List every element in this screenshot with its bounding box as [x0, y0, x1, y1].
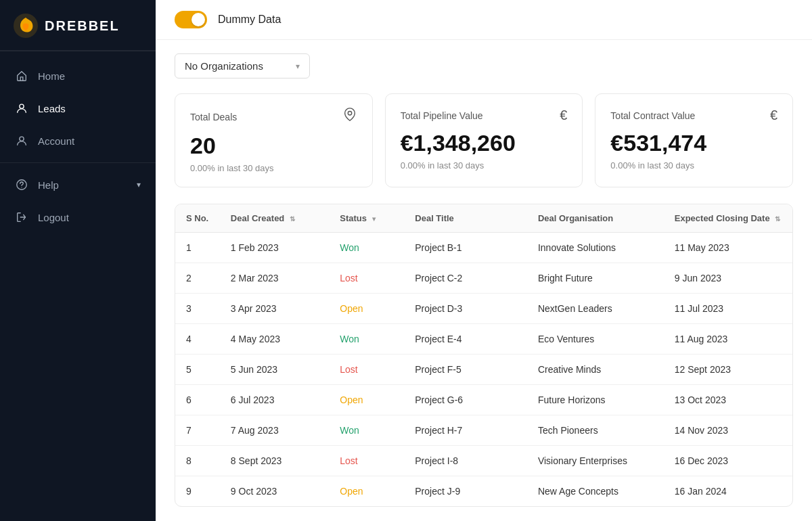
stat-value-total-deals: 20	[190, 133, 357, 159]
sidebar-logo: DREBBEL	[0, 0, 156, 51]
sidebar: DREBBEL Home Leads	[0, 0, 156, 521]
sidebar-item-help[interactable]: Help ▾	[0, 168, 156, 201]
cell-org: Future Horizons	[527, 385, 664, 415]
svg-point-4	[21, 187, 22, 187]
cell-sno: 7	[175, 415, 220, 446]
cell-title: Project E-4	[404, 324, 527, 355]
cell-closing: 11 Jul 2023	[664, 294, 792, 324]
cell-closing: 16 Jan 2024	[664, 476, 792, 507]
cell-sno: 2	[175, 263, 220, 294]
logout-icon	[15, 210, 28, 224]
cell-status: Lost	[329, 355, 404, 385]
main-content: Dummy Data No Organizations ▾ Total Deal…	[156, 0, 812, 521]
status-filter-icon: ▾	[372, 215, 376, 223]
table-row[interactable]: 3 3 Apr 2023 Open Project D-3 NextGen Le…	[175, 294, 792, 324]
cell-created: 7 Aug 2023	[220, 415, 329, 446]
toggle-track	[175, 11, 207, 28]
table-row[interactable]: 1 1 Feb 2023 Won Project B-1 Innovate So…	[175, 233, 792, 263]
drebbel-logo-icon	[14, 14, 38, 38]
closing-date-sort-icon: ⇅	[775, 215, 780, 223]
cell-closing: 12 Sept 2023	[664, 355, 792, 385]
cell-org: Innovate Solutions	[527, 233, 664, 263]
table-body: 1 1 Feb 2023 Won Project B-1 Innovate So…	[175, 233, 792, 507]
cell-closing: 13 Oct 2023	[664, 385, 792, 415]
cell-sno: 1	[175, 233, 220, 263]
stat-value-contract: €531,474	[610, 130, 777, 156]
org-selector-label: No Organizations	[185, 60, 263, 72]
col-header-deal-title: Deal Title	[404, 204, 527, 233]
table-row[interactable]: 9 9 Oct 2023 Open Project J-9 New Age Co…	[175, 476, 792, 507]
sidebar-divider-bottom	[0, 162, 156, 163]
account-icon	[15, 134, 28, 148]
content-area: No Organizations ▾ Total Deals 20 0.00% …	[156, 40, 812, 521]
toggle-thumb	[191, 13, 205, 26]
cell-title: Project D-3	[404, 294, 527, 324]
cell-created: 3 Apr 2023	[220, 294, 329, 324]
table-row[interactable]: 5 5 Jun 2023 Lost Project F-5 Creative M…	[175, 355, 792, 385]
cell-created: 4 May 2023	[220, 324, 329, 355]
cell-created: 5 Jun 2023	[220, 355, 329, 385]
stat-value-pipeline: €1,348,260	[401, 130, 568, 156]
cell-created: 8 Sept 2023	[220, 446, 329, 476]
col-header-deal-org: Deal Organisation	[527, 204, 664, 233]
cell-status: Won	[329, 415, 404, 446]
cell-sno: 4	[175, 324, 220, 355]
cell-org: Eco Ventures	[527, 324, 664, 355]
svg-point-2	[20, 137, 24, 141]
table-row[interactable]: 4 4 May 2023 Won Project E-4 Eco Venture…	[175, 324, 792, 355]
cell-title: Project B-1	[404, 233, 527, 263]
sidebar-item-home-label: Home	[38, 70, 65, 82]
table-row[interactable]: 8 8 Sept 2023 Lost Project I-8 Visionary…	[175, 446, 792, 476]
stat-title-total-deals: Total Deals	[190, 112, 237, 122]
sidebar-item-leads-label: Leads	[38, 103, 66, 114]
deals-table: S No. Deal Created ⇅ Status ▾ Deal Title	[175, 204, 792, 506]
table-row[interactable]: 2 2 Mar 2023 Lost Project C-2 Bright Fut…	[175, 263, 792, 294]
sidebar-item-home[interactable]: Home	[0, 60, 156, 92]
cell-title: Project J-9	[404, 476, 527, 507]
cell-sno: 6	[175, 385, 220, 415]
cell-org: Creative Minds	[527, 355, 664, 385]
col-header-deal-created[interactable]: Deal Created ⇅	[220, 204, 329, 233]
cell-title: Project I-8	[404, 446, 527, 476]
table-row[interactable]: 6 6 Jul 2023 Open Project G-6 Future Hor…	[175, 385, 792, 415]
stat-title-pipeline: Total Pipeline Value	[401, 110, 483, 121]
sidebar-item-logout[interactable]: Logout	[0, 201, 156, 233]
logo-text: DREBBEL	[45, 18, 120, 34]
stat-card-contract-header: Total Contract Value €	[610, 108, 777, 123]
org-selector-chevron-icon: ▾	[296, 62, 300, 71]
stat-change-contract: 0.00% in last 30 days	[610, 160, 777, 171]
sidebar-item-account[interactable]: Account	[0, 124, 156, 157]
stat-card-pipeline: Total Pipeline Value € €1,348,260 0.00% …	[385, 93, 583, 187]
cell-closing: 9 Jun 2023	[664, 263, 792, 294]
sidebar-item-logout-label: Logout	[38, 212, 69, 223]
cell-created: 9 Oct 2023	[220, 476, 329, 507]
sidebar-nav: Home Leads Account	[0, 51, 156, 521]
cell-title: Project G-6	[404, 385, 527, 415]
cell-org: NextGen Leaders	[527, 294, 664, 324]
cell-title: Project F-5	[404, 355, 527, 385]
cell-status: Open	[329, 476, 404, 507]
stat-card-pipeline-header: Total Pipeline Value €	[401, 108, 568, 123]
cell-status: Lost	[329, 263, 404, 294]
cell-title: Project H-7	[404, 415, 527, 446]
cell-closing: 14 Nov 2023	[664, 415, 792, 446]
cell-created: 1 Feb 2023	[220, 233, 329, 263]
org-selector[interactable]: No Organizations ▾	[175, 53, 310, 78]
cell-status: Open	[329, 385, 404, 415]
dummy-data-toggle[interactable]	[175, 11, 207, 28]
svg-point-5	[348, 112, 352, 116]
cell-sno: 5	[175, 355, 220, 385]
deal-created-sort-icon: ⇅	[290, 215, 295, 223]
cell-org: Bright Future	[527, 263, 664, 294]
table-row[interactable]: 7 7 Aug 2023 Won Project H-7 Tech Pionee…	[175, 415, 792, 446]
help-icon	[15, 178, 28, 191]
col-header-status[interactable]: Status ▾	[329, 204, 404, 233]
cell-created: 6 Jul 2023	[220, 385, 329, 415]
col-header-closing-date[interactable]: Expected Closing Date ⇅	[664, 204, 792, 233]
cell-org: New Age Concepts	[527, 476, 664, 507]
cell-closing: 11 Aug 2023	[664, 324, 792, 355]
leads-icon	[15, 101, 28, 115]
sidebar-item-leads[interactable]: Leads	[0, 92, 156, 124]
cell-title: Project C-2	[404, 263, 527, 294]
deals-table-container: S No. Deal Created ⇅ Status ▾ Deal Title	[175, 204, 793, 507]
